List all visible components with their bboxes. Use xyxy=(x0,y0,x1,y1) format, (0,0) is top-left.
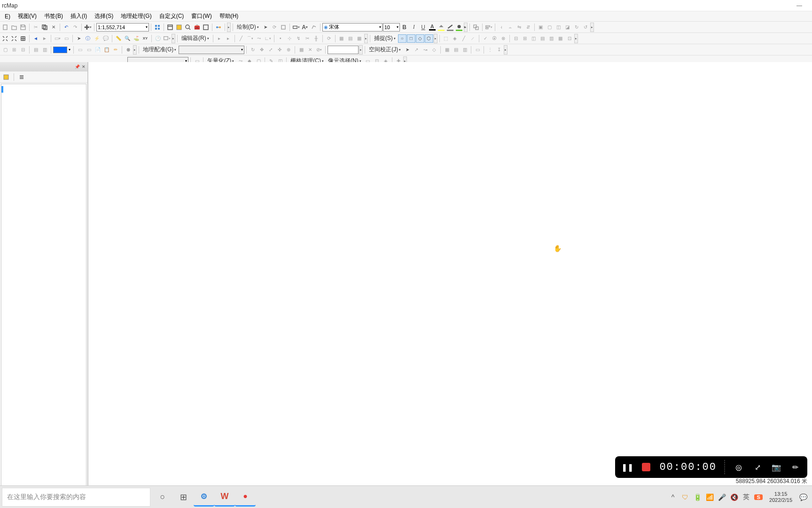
send-back-button[interactable]: ▢ xyxy=(546,23,554,32)
hyperlink-button[interactable]: ⚡ xyxy=(93,34,101,43)
delete-button[interactable]: ✕ xyxy=(49,23,58,32)
straight-segment-button[interactable]: ╱ xyxy=(237,34,245,43)
arctoolbox-button[interactable]: 🧰 xyxy=(193,23,201,32)
validate-selection-button[interactable]: ⦿ xyxy=(490,34,499,43)
redo-button[interactable]: ↷ xyxy=(71,23,79,32)
font-color-button[interactable]: A▾ xyxy=(428,23,437,32)
georef-layer-combo[interactable]: ▾ xyxy=(179,46,244,54)
edge-match-button[interactable]: ▤ xyxy=(452,46,460,54)
toolbar-overflow[interactable]: ▸ xyxy=(359,45,363,55)
select-tool-button[interactable]: ➤ xyxy=(403,46,412,54)
create-features-button[interactable]: ▦ xyxy=(355,34,364,43)
parcel-button-4[interactable]: ▤ xyxy=(31,46,40,54)
new-button[interactable] xyxy=(1,23,9,32)
rotate-tool[interactable]: ⟳ xyxy=(270,23,279,32)
reshape-button[interactable]: ↯ xyxy=(294,34,303,43)
go-to-xy-button[interactable]: XY xyxy=(141,34,149,43)
list-by-source-button[interactable] xyxy=(17,73,26,81)
menu-insert[interactable]: 插入(I) xyxy=(67,11,91,21)
menu-geoprocessing[interactable]: 地理处理(G) xyxy=(117,11,155,21)
menu-window[interactable]: 窗口(W) xyxy=(187,11,215,21)
topo-edge-button[interactable]: ⟋ xyxy=(468,34,477,43)
flip-v-button[interactable]: ⇵ xyxy=(524,23,532,32)
link-table-button[interactable]: ▦ xyxy=(443,46,451,54)
shared-features-button[interactable]: ⊞ xyxy=(521,34,529,43)
text-tool[interactable]: A▾ xyxy=(301,23,309,32)
bring-front-button[interactable]: ▣ xyxy=(537,23,545,32)
zoom-out-button[interactable] xyxy=(10,34,18,43)
select-features-button[interactable]: ▭▾ xyxy=(53,34,62,43)
edge-snap-button[interactable]: ⬡ xyxy=(425,34,433,43)
create-viewer-button[interactable]: ▾ xyxy=(163,34,171,43)
tray-notifications-icon[interactable]: 💬 xyxy=(799,493,807,501)
rectangle-tool[interactable]: ▾ xyxy=(292,23,300,32)
underline-button[interactable]: U xyxy=(419,23,428,32)
color-dropdown-caret[interactable]: ▾ xyxy=(68,48,71,52)
windows-search-box[interactable]: 在这里输入你要搜索的内容 xyxy=(2,488,150,507)
find-button[interactable]: 🔍 xyxy=(123,34,132,43)
annotate-button[interactable]: ✏ xyxy=(789,461,801,473)
georef-link-button[interactable]: ✜ xyxy=(275,46,284,54)
tray-battery-icon[interactable]: 🔋 xyxy=(693,493,702,501)
parcel-tool-5[interactable]: ✏ xyxy=(111,46,120,54)
taskbar-app-recorder[interactable]: ● xyxy=(235,488,256,507)
tray-volume-icon[interactable]: 🔇 xyxy=(730,493,738,501)
topo-align-button[interactable]: ◈ xyxy=(451,34,459,43)
fix-error-button[interactable]: ⊗ xyxy=(499,34,508,43)
toc-tree[interactable] xyxy=(1,84,86,507)
georef-auto-button[interactable]: ⊕ xyxy=(284,46,293,54)
sketch-props-button[interactable]: ▤ xyxy=(346,34,355,43)
tray-microphone-icon[interactable]: 🎤 xyxy=(718,493,726,501)
close-icon[interactable]: ✕ xyxy=(81,64,86,70)
attribute-transfer-button[interactable]: ▥ xyxy=(461,46,469,54)
fullscreen-exit-button[interactable]: ⤢ xyxy=(752,461,763,473)
screenshot-button[interactable]: 📷 xyxy=(771,461,782,473)
table-of-contents-button[interactable] xyxy=(166,23,174,32)
taskbar-clock[interactable]: 13:15 2022/2/15 xyxy=(766,491,795,503)
catalog-button[interactable] xyxy=(175,23,183,32)
clear-limits-button[interactable]: ↧ xyxy=(495,46,503,54)
rotate-right-button[interactable]: ↻ xyxy=(572,23,581,32)
cortana-button[interactable]: ○ xyxy=(152,488,173,507)
cut-polygon-button[interactable]: ✂ xyxy=(303,34,312,43)
taskbar-app-browser[interactable] xyxy=(194,488,214,507)
parcel-button-3[interactable]: ⊟ xyxy=(19,46,27,54)
bold-button[interactable]: B xyxy=(400,23,409,32)
editor-dropdown[interactable]: 编辑器(R)▾ xyxy=(180,33,211,43)
validate-extent-button[interactable]: ✓ xyxy=(481,34,490,43)
preview-button[interactable]: ▭ xyxy=(473,46,482,54)
parcel-tool-1[interactable]: ▭ xyxy=(76,46,84,54)
toolbar-overflow[interactable]: ▸ xyxy=(574,34,578,43)
toolbar-overflow[interactable]: ▸ xyxy=(133,45,137,55)
pointer-tool[interactable]: ➤ xyxy=(261,23,270,32)
line-color-button[interactable]: ▾ xyxy=(446,23,454,32)
list-by-drawing-button[interactable] xyxy=(2,73,10,81)
undo-button[interactable]: ↶ xyxy=(62,23,70,32)
parcel-button-5[interactable]: ▥ xyxy=(40,46,49,54)
draw-dropdown[interactable]: 绘制(D)▾ xyxy=(235,22,261,32)
fill-color-button[interactable]: ▾ xyxy=(437,23,445,32)
rotate-button[interactable]: ⟳ xyxy=(325,34,333,43)
select-elements-button[interactable]: ➤ xyxy=(75,34,83,43)
georef-delete-button[interactable]: ✕ xyxy=(306,46,314,54)
error-inspector-button[interactable]: ⊟ xyxy=(512,34,520,43)
vertex-snap-button[interactable]: ◇ xyxy=(416,34,424,43)
menu-selection[interactable]: 选择(S) xyxy=(91,11,117,21)
python-window-button[interactable] xyxy=(202,23,210,32)
trace-button[interactable]: ⤳ xyxy=(255,34,263,43)
new-link-button[interactable]: ↗ xyxy=(412,46,421,54)
georef-input[interactable] xyxy=(328,46,359,54)
topo-reshape-button[interactable]: ╱ xyxy=(460,34,468,43)
tray-sogou-icon[interactable]: S xyxy=(754,494,763,500)
topo-construct-button[interactable]: ◫ xyxy=(530,34,538,43)
georeferencing-dropdown[interactable]: 地理配准(G)▾ xyxy=(141,45,178,55)
zoom-to-button[interactable] xyxy=(279,23,288,32)
parcel-button-1[interactable]: ▢ xyxy=(1,46,9,54)
target-button[interactable]: ◎ xyxy=(733,461,744,473)
pin-icon[interactable]: 📌 xyxy=(74,64,80,70)
add-data-button[interactable]: ✚▾ xyxy=(84,23,92,32)
georef-reset-button[interactable]: ⊘▾ xyxy=(315,46,323,54)
point-button[interactable]: • xyxy=(276,34,285,43)
align-button[interactable]: ▾ xyxy=(484,23,493,32)
clear-selection-button[interactable]: ▭ xyxy=(62,34,70,43)
